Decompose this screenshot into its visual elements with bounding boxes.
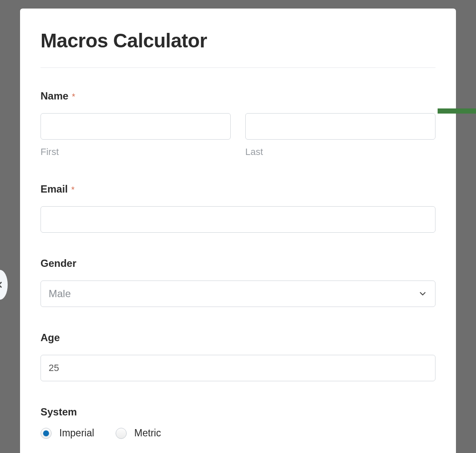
system-radio-metric[interactable]: Metric [116,427,161,439]
age-label-text: Age [41,332,60,344]
first-name-col: First [41,113,231,158]
gender-selected-value: Male [49,288,71,300]
radio-label-imperial: Imperial [59,427,94,439]
gender-label: Gender [41,257,435,269]
radio-label-metric: Metric [134,427,161,439]
gender-block: Gender Male [41,257,435,307]
first-name-sublabel: First [41,146,231,158]
required-asterisk: * [71,185,75,195]
age-block: Age [41,332,435,381]
name-label: Name * [41,90,435,102]
chevron-down-icon [418,289,427,298]
age-label: Age [41,332,435,344]
system-label-text: System [41,406,77,418]
divider [41,67,435,68]
last-name-col: Last [245,113,435,158]
email-label: Email * [41,183,435,195]
name-row: First Last [41,113,435,158]
radio-icon [116,428,127,439]
last-name-input[interactable] [245,113,435,140]
required-asterisk: * [72,92,75,102]
chevron-left-icon [0,280,5,289]
system-block: System Imperial Metric [41,406,435,439]
name-label-text: Name [41,90,68,102]
gender-select[interactable]: Male [41,281,435,307]
age-input[interactable] [41,355,435,381]
accent-strip [438,108,476,114]
system-label: System [41,406,435,418]
system-radio-imperial[interactable]: Imperial [41,427,94,439]
system-radio-group: Imperial Metric [41,427,435,439]
email-input[interactable] [41,206,435,233]
form-card: Macros Calculator Name * First Last Emai… [20,9,456,453]
email-block: Email * [41,183,435,233]
page-title: Macros Calculator [41,29,435,52]
first-name-input[interactable] [41,113,231,140]
side-drawer-handle[interactable] [0,270,8,300]
gender-label-text: Gender [41,257,76,269]
email-label-text: Email [41,183,68,195]
last-name-sublabel: Last [245,146,435,158]
radio-icon [41,428,52,439]
